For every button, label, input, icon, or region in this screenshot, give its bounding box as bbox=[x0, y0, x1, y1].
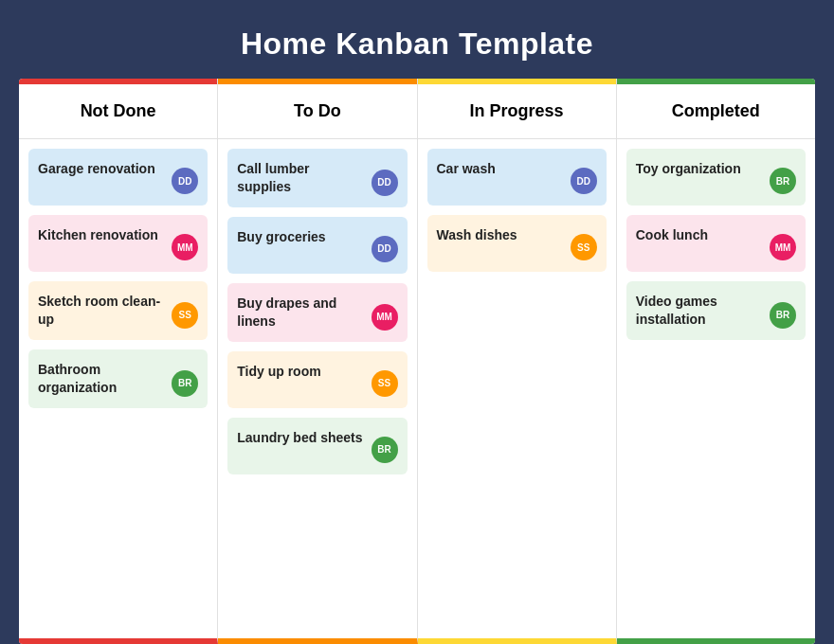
card-avatar: BR bbox=[172, 370, 198, 397]
column-header-not-done: Not Done bbox=[19, 79, 217, 139]
card[interactable]: Bathroom organizationBR bbox=[28, 349, 208, 408]
column-not-done: Not DoneGarage renovationDDKitchen renov… bbox=[19, 79, 218, 644]
card-avatar: SS bbox=[172, 302, 198, 329]
card[interactable]: Tidy up roomSS bbox=[227, 351, 407, 408]
card[interactable]: Car washDD bbox=[427, 149, 607, 206]
card[interactable]: Buy groceriesDD bbox=[227, 217, 407, 274]
column-body-in-progress: Car washDDWash dishesSS bbox=[418, 139, 616, 638]
column-body-todo: Call lumber suppliesDDBuy groceriesDDBuy… bbox=[218, 139, 416, 638]
card[interactable]: Garage renovationDD bbox=[28, 149, 208, 206]
card-text: Video games installation bbox=[636, 293, 770, 329]
card-text: Laundry bed sheets bbox=[237, 429, 371, 447]
card[interactable]: Wash dishesSS bbox=[427, 215, 607, 272]
column-todo: To DoCall lumber suppliesDDBuy groceries… bbox=[218, 79, 417, 644]
column-header-in-progress: In Progress bbox=[418, 79, 616, 139]
card-avatar: DD bbox=[372, 236, 398, 262]
card-avatar: MM bbox=[770, 234, 796, 260]
column-completed: CompletedToy organizationBRCook lunchMMV… bbox=[617, 79, 815, 644]
card-text: Car wash bbox=[437, 160, 571, 178]
card-text: Wash dishes bbox=[437, 226, 571, 244]
card[interactable]: Cook lunchMM bbox=[626, 215, 806, 272]
card-text: Call lumber supplies bbox=[237, 160, 371, 196]
card[interactable]: Buy drapes and linensMM bbox=[227, 283, 407, 342]
kanban-board: Not DoneGarage renovationDDKitchen renov… bbox=[19, 79, 815, 644]
card[interactable]: Video games installationBR bbox=[626, 281, 806, 340]
card-avatar: DD bbox=[372, 170, 398, 196]
card-text: Buy groceries bbox=[237, 228, 371, 246]
column-body-completed: Toy organizationBRCook lunchMMVideo game… bbox=[617, 139, 815, 638]
card-text: Tidy up room bbox=[237, 363, 371, 381]
card[interactable]: Laundry bed sheetsBR bbox=[227, 418, 407, 474]
card-text: Buy drapes and linens bbox=[237, 295, 371, 331]
card-avatar: MM bbox=[372, 304, 398, 331]
column-header-todo: To Do bbox=[218, 79, 416, 139]
card-text: Toy organization bbox=[636, 160, 770, 178]
card-avatar: DD bbox=[172, 168, 198, 194]
card-avatar: MM bbox=[172, 234, 198, 260]
card-text: Kitchen renovation bbox=[38, 226, 172, 244]
card[interactable]: Kitchen renovationMM bbox=[28, 215, 208, 272]
card-avatar: BR bbox=[770, 168, 796, 194]
card-avatar: BR bbox=[372, 437, 398, 463]
card-avatar: SS bbox=[571, 234, 597, 260]
card[interactable]: Sketch room clean-upSS bbox=[28, 281, 208, 340]
card-text: Bathroom organization bbox=[38, 361, 172, 397]
column-in-progress: In ProgressCar washDDWash dishesSS bbox=[418, 79, 617, 644]
card[interactable]: Call lumber suppliesDD bbox=[227, 149, 407, 207]
card-text: Garage renovation bbox=[38, 160, 172, 178]
card-text: Cook lunch bbox=[636, 226, 770, 244]
page-title: Home Kanban Template bbox=[241, 27, 593, 62]
card[interactable]: Toy organizationBR bbox=[626, 149, 806, 206]
column-header-completed: Completed bbox=[617, 79, 815, 139]
card-avatar: BR bbox=[770, 302, 796, 329]
card-avatar: DD bbox=[571, 168, 597, 194]
card-text: Sketch room clean-up bbox=[38, 293, 172, 329]
card-avatar: SS bbox=[372, 370, 398, 397]
column-body-not-done: Garage renovationDDKitchen renovationMMS… bbox=[19, 139, 217, 638]
